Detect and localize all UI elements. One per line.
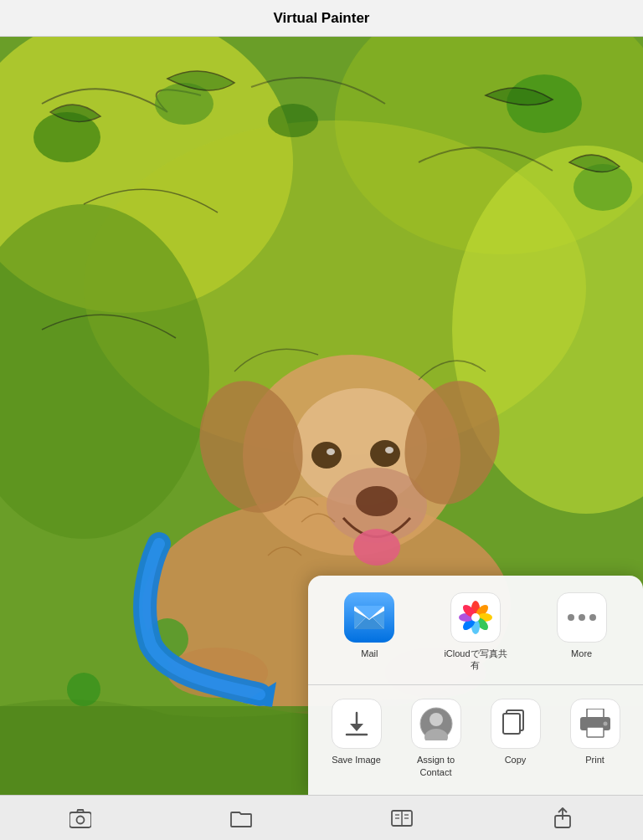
copy-icon-wrap <box>491 699 541 749</box>
mail-icon-wrap <box>344 592 394 643</box>
copy-icon <box>502 709 530 739</box>
page-title: Virtual Painter <box>274 10 370 27</box>
svg-point-17 <box>311 442 342 469</box>
contact-icon <box>419 707 453 740</box>
print-icon <box>579 709 612 739</box>
title-bar: Virtual Painter <box>0 0 643 37</box>
print-icon-wrap <box>570 699 620 749</box>
svg-rect-52 <box>503 714 520 734</box>
arrow-overlay <box>126 527 293 694</box>
print-label: Print <box>585 754 604 766</box>
save-image-icon-wrap <box>332 699 382 749</box>
more-icon <box>568 614 596 621</box>
share-row-bottom: Save Image Assign to Contact Copy <box>308 685 643 795</box>
svg-point-18 <box>370 440 400 467</box>
share-icloud-photos-button[interactable]: iCloudで写真共有 <box>442 592 509 672</box>
svg-point-44 <box>471 613 480 622</box>
share-button[interactable] <box>544 800 581 837</box>
contact-icon-wrap <box>411 699 461 749</box>
share-sheet: Mail <box>308 576 643 795</box>
folder-button[interactable] <box>223 800 260 837</box>
more-icon-wrap <box>557 592 607 643</box>
save-image-button[interactable]: Save Image <box>323 699 390 766</box>
svg-marker-46 <box>350 724 363 731</box>
assign-contact-button[interactable]: Assign to Contact <box>403 699 470 778</box>
save-image-label: Save Image <box>332 754 381 766</box>
copy-button[interactable]: Copy <box>482 699 549 766</box>
svg-rect-55 <box>587 727 604 737</box>
svg-rect-57 <box>69 812 91 827</box>
svg-point-56 <box>603 722 607 726</box>
more-label: More <box>571 648 592 659</box>
photos-icon-wrap <box>450 592 501 643</box>
svg-point-20 <box>385 447 394 453</box>
folder-icon <box>230 807 252 829</box>
assign-contact-label: Assign to Contact <box>403 754 470 778</box>
svg-point-16 <box>353 529 400 566</box>
icloud-photos-label: iCloudで写真共有 <box>442 648 509 672</box>
camera-icon <box>69 807 91 829</box>
save-image-icon <box>343 709 370 738</box>
print-button[interactable]: Print <box>562 699 629 766</box>
mail-icon <box>354 606 384 629</box>
mail-label: Mail <box>361 648 378 659</box>
book-icon <box>391 807 413 829</box>
camera-button[interactable] <box>62 800 99 837</box>
share-mail-button[interactable]: Mail <box>336 592 403 659</box>
svg-point-58 <box>77 816 85 823</box>
copy-label: Copy <box>505 754 527 766</box>
book-button[interactable] <box>383 800 420 837</box>
svg-point-8 <box>268 104 318 137</box>
svg-point-27 <box>67 673 100 706</box>
svg-point-19 <box>327 448 335 455</box>
bottom-toolbar <box>0 795 643 840</box>
share-more-button[interactable]: More <box>548 592 615 659</box>
share-icon <box>552 807 574 829</box>
photos-icon <box>456 598 495 637</box>
svg-point-49 <box>430 713 443 726</box>
share-row-top: Mail <box>308 576 643 686</box>
svg-point-15 <box>356 486 398 516</box>
